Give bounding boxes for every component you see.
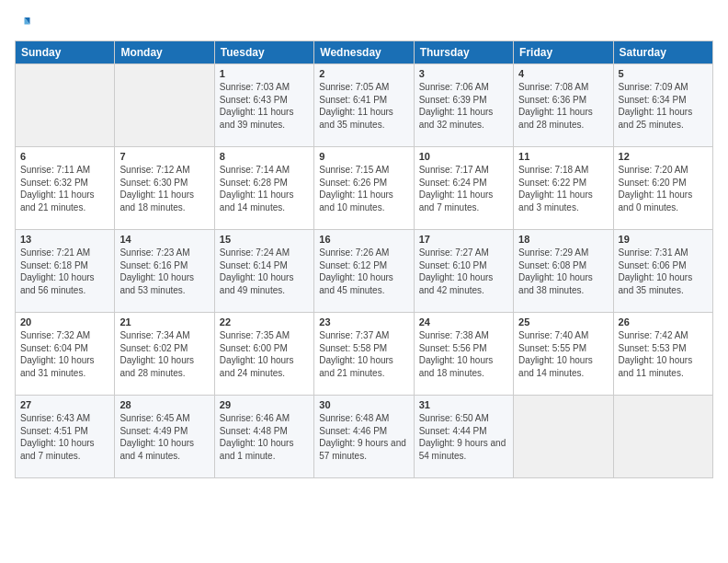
day-info: Sunrise: 7:42 AM Sunset: 5:53 PM Dayligh… [619, 329, 708, 379]
day-info: Sunrise: 7:37 AM Sunset: 5:58 PM Dayligh… [319, 329, 408, 379]
day-info: Sunrise: 7:09 AM Sunset: 6:34 PM Dayligh… [619, 81, 708, 131]
page-header [15, 15, 713, 31]
day-number: 4 [518, 68, 608, 79]
calendar-day-cell: 26Sunrise: 7:42 AM Sunset: 5:53 PM Dayli… [613, 313, 712, 396]
day-number: 12 [619, 151, 708, 162]
calendar-day-cell: 4Sunrise: 7:08 AM Sunset: 6:36 PM Daylig… [514, 64, 613, 147]
calendar-table: SundayMondayTuesdayWednesdayThursdayFrid… [15, 40, 713, 478]
day-number: 11 [518, 151, 608, 162]
calendar-day-cell: 22Sunrise: 7:35 AM Sunset: 6:00 PM Dayli… [214, 313, 313, 396]
day-number: 30 [319, 399, 408, 410]
day-number: 10 [419, 151, 508, 162]
calendar-week-row: 6Sunrise: 7:11 AM Sunset: 6:32 PM Daylig… [16, 147, 713, 230]
day-number: 8 [220, 151, 309, 162]
day-number: 20 [20, 316, 109, 327]
day-info: Sunrise: 7:32 AM Sunset: 6:04 PM Dayligh… [20, 329, 109, 379]
day-info: Sunrise: 7:40 AM Sunset: 5:55 PM Dayligh… [518, 329, 608, 379]
day-number: 21 [119, 316, 209, 327]
day-info: Sunrise: 7:11 AM Sunset: 6:32 PM Dayligh… [20, 164, 109, 213]
day-number: 17 [419, 234, 508, 245]
day-info: Sunrise: 7:26 AM Sunset: 6:12 PM Dayligh… [319, 247, 408, 296]
day-number: 2 [319, 68, 408, 79]
day-info: Sunrise: 7:15 AM Sunset: 6:26 PM Dayligh… [319, 164, 408, 213]
calendar-day-cell: 3Sunrise: 7:06 AM Sunset: 6:39 PM Daylig… [414, 64, 513, 147]
day-number: 1 [220, 68, 309, 79]
day-of-week-header: Monday [115, 41, 214, 64]
day-of-week-header: Friday [514, 41, 613, 64]
day-number: 27 [20, 399, 109, 410]
calendar-day-cell: 24Sunrise: 7:38 AM Sunset: 5:56 PM Dayli… [414, 313, 513, 396]
calendar-day-cell: 25Sunrise: 7:40 AM Sunset: 5:55 PM Dayli… [514, 313, 613, 396]
day-info: Sunrise: 6:43 AM Sunset: 4:51 PM Dayligh… [20, 412, 109, 462]
day-of-week-header: Sunday [16, 41, 115, 64]
calendar-day-cell: 17Sunrise: 7:27 AM Sunset: 6:10 PM Dayli… [414, 230, 513, 313]
day-info: Sunrise: 7:08 AM Sunset: 6:36 PM Dayligh… [518, 81, 608, 131]
calendar-day-cell: 1Sunrise: 7:03 AM Sunset: 6:43 PM Daylig… [214, 64, 313, 147]
day-info: Sunrise: 6:48 AM Sunset: 4:46 PM Dayligh… [319, 412, 408, 462]
logo-icon [15, 15, 31, 31]
calendar-day-cell: 11Sunrise: 7:18 AM Sunset: 6:22 PM Dayli… [514, 147, 613, 230]
calendar-day-cell: 12Sunrise: 7:20 AM Sunset: 6:20 PM Dayli… [613, 147, 712, 230]
calendar-day-cell [16, 64, 115, 147]
calendar-day-cell: 2Sunrise: 7:05 AM Sunset: 6:41 PM Daylig… [314, 64, 414, 147]
day-info: Sunrise: 7:29 AM Sunset: 6:08 PM Dayligh… [518, 247, 608, 296]
calendar-day-cell: 20Sunrise: 7:32 AM Sunset: 6:04 PM Dayli… [16, 313, 115, 396]
day-number: 15 [220, 234, 309, 245]
day-info: Sunrise: 7:05 AM Sunset: 6:41 PM Dayligh… [319, 81, 408, 131]
day-number: 14 [119, 234, 209, 245]
day-info: Sunrise: 6:45 AM Sunset: 4:49 PM Dayligh… [119, 412, 209, 462]
day-info: Sunrise: 7:31 AM Sunset: 6:06 PM Dayligh… [619, 247, 708, 296]
calendar-day-cell: 18Sunrise: 7:29 AM Sunset: 6:08 PM Dayli… [514, 230, 613, 313]
day-number: 23 [319, 316, 408, 327]
day-of-week-header: Tuesday [214, 41, 313, 64]
day-number: 16 [319, 234, 408, 245]
day-of-week-header: Wednesday [314, 41, 414, 64]
day-of-week-header: Thursday [414, 41, 513, 64]
day-number: 26 [619, 316, 708, 327]
calendar-day-cell [613, 396, 712, 478]
calendar-day-cell: 6Sunrise: 7:11 AM Sunset: 6:32 PM Daylig… [16, 147, 115, 230]
day-info: Sunrise: 7:24 AM Sunset: 6:14 PM Dayligh… [220, 247, 309, 296]
day-number: 24 [419, 316, 508, 327]
calendar-day-cell: 14Sunrise: 7:23 AM Sunset: 6:16 PM Dayli… [115, 230, 214, 313]
calendar-week-row: 27Sunrise: 6:43 AM Sunset: 4:51 PM Dayli… [16, 396, 713, 478]
day-info: Sunrise: 7:14 AM Sunset: 6:28 PM Dayligh… [220, 164, 309, 213]
day-number: 28 [119, 399, 209, 410]
day-number: 7 [119, 151, 209, 162]
day-info: Sunrise: 6:50 AM Sunset: 4:44 PM Dayligh… [419, 412, 508, 462]
day-info: Sunrise: 7:03 AM Sunset: 6:43 PM Dayligh… [220, 81, 309, 131]
day-info: Sunrise: 7:06 AM Sunset: 6:39 PM Dayligh… [419, 81, 508, 131]
calendar-day-cell [115, 64, 214, 147]
calendar-day-cell: 23Sunrise: 7:37 AM Sunset: 5:58 PM Dayli… [314, 313, 414, 396]
calendar-day-cell: 28Sunrise: 6:45 AM Sunset: 4:49 PM Dayli… [115, 396, 214, 478]
calendar-day-cell: 19Sunrise: 7:31 AM Sunset: 6:06 PM Dayli… [613, 230, 712, 313]
day-number: 18 [518, 234, 608, 245]
calendar-day-cell [514, 396, 613, 478]
day-info: Sunrise: 7:34 AM Sunset: 6:02 PM Dayligh… [119, 329, 209, 379]
day-info: Sunrise: 7:27 AM Sunset: 6:10 PM Dayligh… [419, 247, 508, 296]
day-of-week-header: Saturday [613, 41, 712, 64]
calendar-day-cell: 16Sunrise: 7:26 AM Sunset: 6:12 PM Dayli… [314, 230, 414, 313]
day-info: Sunrise: 7:18 AM Sunset: 6:22 PM Dayligh… [518, 164, 608, 213]
day-info: Sunrise: 7:35 AM Sunset: 6:00 PM Dayligh… [220, 329, 309, 379]
calendar-day-cell: 10Sunrise: 7:17 AM Sunset: 6:24 PM Dayli… [414, 147, 513, 230]
day-info: Sunrise: 7:12 AM Sunset: 6:30 PM Dayligh… [119, 164, 209, 213]
day-info: Sunrise: 6:46 AM Sunset: 4:48 PM Dayligh… [220, 412, 309, 462]
calendar-day-cell: 5Sunrise: 7:09 AM Sunset: 6:34 PM Daylig… [613, 64, 712, 147]
calendar-day-cell: 30Sunrise: 6:48 AM Sunset: 4:46 PM Dayli… [314, 396, 414, 478]
calendar-day-cell: 13Sunrise: 7:21 AM Sunset: 6:18 PM Dayli… [16, 230, 115, 313]
calendar-week-row: 1Sunrise: 7:03 AM Sunset: 6:43 PM Daylig… [16, 64, 713, 147]
calendar-header-row: SundayMondayTuesdayWednesdayThursdayFrid… [16, 41, 713, 64]
day-number: 25 [518, 316, 608, 327]
day-number: 9 [319, 151, 408, 162]
calendar-day-cell: 29Sunrise: 6:46 AM Sunset: 4:48 PM Dayli… [214, 396, 313, 478]
day-info: Sunrise: 7:38 AM Sunset: 5:56 PM Dayligh… [419, 329, 508, 379]
day-info: Sunrise: 7:20 AM Sunset: 6:20 PM Dayligh… [619, 164, 708, 213]
day-number: 3 [419, 68, 508, 79]
logo [15, 15, 35, 31]
day-number: 29 [220, 399, 309, 410]
day-number: 6 [20, 151, 109, 162]
calendar-day-cell: 7Sunrise: 7:12 AM Sunset: 6:30 PM Daylig… [115, 147, 214, 230]
day-number: 13 [20, 234, 109, 245]
day-info: Sunrise: 7:17 AM Sunset: 6:24 PM Dayligh… [419, 164, 508, 213]
